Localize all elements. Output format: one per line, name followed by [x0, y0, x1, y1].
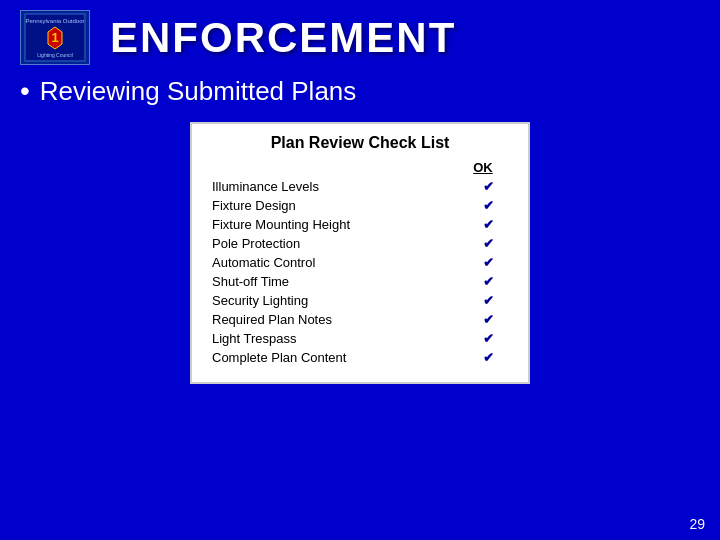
row-label: Automatic Control: [212, 255, 468, 270]
svg-text:Pennsylvania Outdoor: Pennsylvania Outdoor: [25, 18, 84, 24]
row-check: ✔: [468, 350, 508, 365]
row-label: Pole Protection: [212, 236, 468, 251]
page-title: ENFORCEMENT: [110, 14, 456, 62]
row-label: Security Lighting: [212, 293, 468, 308]
table-row: Fixture Design✔: [212, 196, 508, 215]
checklist-title: Plan Review Check List: [212, 134, 508, 152]
row-check: ✔: [468, 312, 508, 327]
subtitle-text: Reviewing Submitted Plans: [40, 76, 357, 107]
main-content: Plan Review Check List OK Illuminance Le…: [0, 117, 720, 389]
row-check: ✔: [468, 236, 508, 251]
table-row: Pole Protection✔: [212, 234, 508, 253]
row-label: Light Trespass: [212, 331, 468, 346]
bullet-icon: •: [20, 75, 30, 107]
row-check: ✔: [468, 217, 508, 232]
svg-text:Lighting Council: Lighting Council: [37, 52, 73, 58]
row-label: Required Plan Notes: [212, 312, 468, 327]
row-label: Fixture Mounting Height: [212, 217, 468, 232]
page-number: 29: [689, 516, 705, 532]
logo: Pennsylvania Outdoor 1 Lighting Council: [20, 10, 90, 65]
svg-text:1: 1: [51, 30, 58, 45]
table-row: Complete Plan Content✔: [212, 348, 508, 367]
table-row: Automatic Control✔: [212, 253, 508, 272]
checklist-table: Plan Review Check List OK Illuminance Le…: [190, 122, 530, 384]
row-check: ✔: [468, 255, 508, 270]
row-check: ✔: [468, 293, 508, 308]
checklist-rows: Illuminance Levels✔Fixture Design✔Fixtur…: [212, 177, 508, 367]
table-row: Required Plan Notes✔: [212, 310, 508, 329]
table-row: Shut-off Time✔: [212, 272, 508, 291]
table-row: Illuminance Levels✔: [212, 177, 508, 196]
row-label: Fixture Design: [212, 198, 468, 213]
row-check: ✔: [468, 198, 508, 213]
row-check: ✔: [468, 179, 508, 194]
ok-column-header: OK: [468, 160, 498, 175]
subtitle-row: • Reviewing Submitted Plans: [0, 70, 720, 117]
row-label: Complete Plan Content: [212, 350, 468, 365]
checklist-header: OK: [212, 160, 508, 175]
row-check: ✔: [468, 331, 508, 346]
table-row: Fixture Mounting Height✔: [212, 215, 508, 234]
table-row: Security Lighting✔: [212, 291, 508, 310]
table-row: Light Trespass✔: [212, 329, 508, 348]
row-check: ✔: [468, 274, 508, 289]
row-label: Shut-off Time: [212, 274, 468, 289]
row-label: Illuminance Levels: [212, 179, 468, 194]
